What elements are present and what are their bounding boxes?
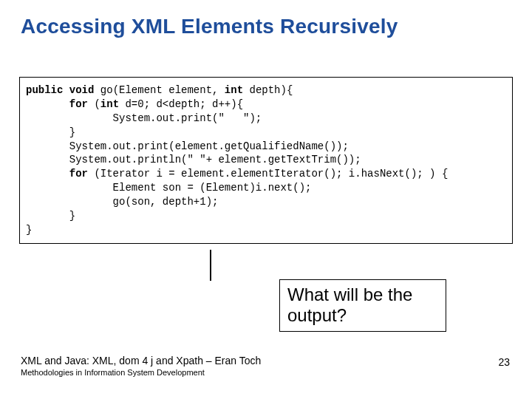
slide: Accessing XML Elements Recursively publi… (0, 0, 532, 399)
page-title: Accessing XML Elements Recursively (21, 15, 511, 38)
code-text: System.out.print(" "); (26, 112, 262, 124)
footer: XML and Java: XML, dom 4 j and Xpath – E… (21, 355, 511, 377)
code-text: go(Element element, (94, 84, 224, 96)
code-text: Element son = (Element)i.next(); (26, 182, 311, 194)
code-kw: for (26, 168, 88, 180)
code-kw: public void (26, 84, 94, 96)
footer-main: XML and Java: XML, dom 4 j and Xpath – E… (21, 355, 511, 366)
code-text: ( (88, 98, 100, 110)
footer-sub: Methodologies in Information System Deve… (21, 368, 511, 377)
code-kw: int (100, 98, 119, 110)
code-kw: for (26, 98, 88, 110)
code-text: go(son, depth+1); (26, 196, 218, 208)
code-kw: int (225, 84, 243, 96)
code-text: System.out.println(" "+ element.getTextT… (26, 154, 361, 166)
code-text: } (26, 224, 32, 236)
code-block: public void go(Element element, int dept… (19, 77, 513, 244)
code-text: System.out.print(element.getQualifiedNam… (26, 140, 349, 152)
code-text: } (26, 210, 75, 222)
code-text: } (26, 126, 75, 138)
page-number: 23 (498, 356, 510, 368)
code-text: d=0; d<depth; d++){ (119, 98, 243, 110)
callout-box: What will be the output? (279, 279, 446, 332)
callout-text: What will be the output? (287, 284, 412, 325)
callout-connector (210, 250, 211, 281)
code-text: (Iterator i = element.elementIterator();… (88, 168, 448, 180)
code-text: depth){ (243, 84, 293, 96)
